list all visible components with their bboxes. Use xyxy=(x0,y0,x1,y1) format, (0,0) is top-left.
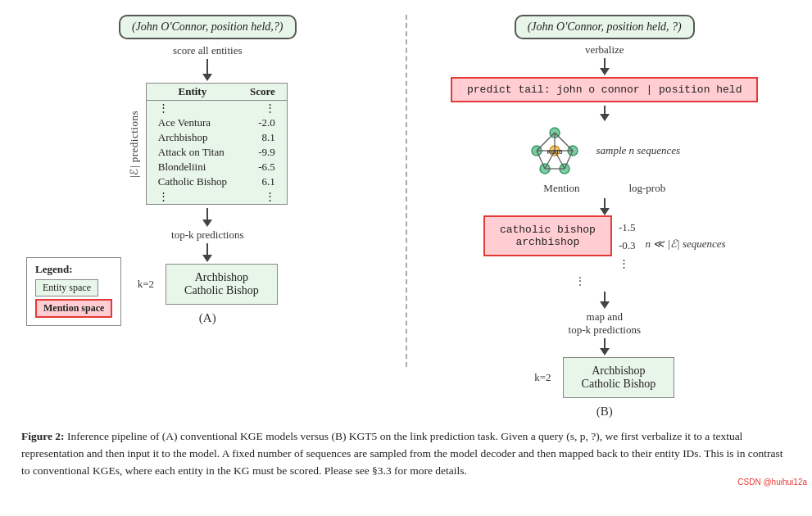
mention-arrow-section: Mention log-prob xyxy=(543,182,665,215)
predict-box: predict tail: john o connor | position h… xyxy=(451,77,758,102)
table-row: ⋮ xyxy=(238,101,287,116)
table-row: -2.0 xyxy=(238,115,287,130)
score-all-label: score all entities xyxy=(173,44,242,57)
topk-label: top-k predictions xyxy=(171,229,243,242)
caption-text: Inference pipeline of (A) conventional K… xyxy=(21,430,783,477)
mention-col-header: Mention xyxy=(543,182,579,195)
logprob-vals: -1.5-0.3⋮ xyxy=(619,215,636,273)
panel-left: (John O'Connor, position held,?) score a… xyxy=(18,15,407,367)
left-result-row: k=2 ArchbishopCatholic Bishop xyxy=(138,264,278,305)
left-arrow-2: top-k predictions xyxy=(171,208,243,262)
legend-box: Legend: Entity space Mention space xyxy=(26,257,121,326)
caption: Figure 2: Inference pipeline of (A) conv… xyxy=(18,428,794,480)
kgt5-wrap: KGT5 sample n sequences xyxy=(528,124,680,177)
table-row: ⋮ xyxy=(146,189,238,205)
table-row: Ace Ventura xyxy=(146,115,238,130)
kgt5-section: KGT5 sample n sequences xyxy=(528,106,680,180)
table-row: ⋮ xyxy=(238,189,287,205)
arrow-map xyxy=(600,292,610,309)
right-result-row: k=2 ArchbishopCatholic Bishop xyxy=(534,357,674,398)
table-row: Blondeliini xyxy=(146,160,238,174)
right-arrow-1: verbalize xyxy=(585,42,624,75)
arrow-to-kgt5 xyxy=(600,106,610,121)
entity-table-wrap: |ℰ| predictions Entity Score ⋮⋮Ace Ventu… xyxy=(128,83,288,205)
panel-right: (John O'Connor, position held, ?) verbal… xyxy=(407,15,795,419)
legend-entity: Entity space xyxy=(35,279,112,296)
mention-dots: ⋮ xyxy=(574,274,586,288)
svg-text:KGT5: KGT5 xyxy=(547,149,563,155)
verbalize-label: verbalize xyxy=(585,43,624,57)
table-row: -6.5 xyxy=(238,160,287,174)
legend-title: Legend: xyxy=(35,263,112,276)
right-query-box: (John O'Connor, position held, ?) xyxy=(515,15,695,39)
kgt5-logo: KGT5 xyxy=(528,124,581,177)
table-row: 8.1 xyxy=(238,130,287,145)
map-label: map and top-k predictions xyxy=(569,310,641,337)
right-arrow-2: map and top-k predictions xyxy=(569,292,641,355)
figure-label: Figure 2: xyxy=(21,430,65,442)
right-result-box: ArchbishopCatholic Bishop xyxy=(563,357,675,398)
table-row: Archbishop xyxy=(146,130,238,145)
entity-table: Entity Score ⋮⋮Ace Ventura-2.0Archbishop… xyxy=(146,83,288,205)
arrow-down-3 xyxy=(202,243,212,262)
n-sequences-label: n ≪ |ℰ| sequences xyxy=(646,238,726,251)
table-row: Catholic Bishop xyxy=(146,174,238,189)
table-row: Attack on Titan xyxy=(146,145,238,160)
logprob-col-header: log-prob xyxy=(628,182,665,195)
table-row: ⋮ xyxy=(146,101,238,116)
arrow-down-2 xyxy=(202,208,212,227)
arrow-verbalize xyxy=(600,58,610,75)
diagrams-row: (John O'Connor, position held,?) score a… xyxy=(18,15,794,419)
mention-logprob-headers: Mention log-prob xyxy=(543,182,665,197)
table-row: -9.9 xyxy=(238,145,287,160)
left-k-label: k=2 xyxy=(138,278,154,291)
mention-box: catholic bishoparchbishop xyxy=(483,215,612,256)
left-result-box: ArchbishopCatholic Bishop xyxy=(166,264,278,305)
mention-swatch: Mention space xyxy=(35,299,112,318)
arrow-result xyxy=(600,338,610,355)
rotated-label: |ℰ| predictions xyxy=(128,111,141,178)
left-arrow-1: score all entities xyxy=(173,43,242,81)
left-query-box: (John O'Connor, position held,?) xyxy=(119,15,297,39)
entity-swatch: Entity space xyxy=(35,279,98,296)
score-col-header: Score xyxy=(238,84,287,101)
arrow-to-mention xyxy=(600,198,610,215)
table-row: 6.1 xyxy=(238,174,287,189)
arrow-down-1 xyxy=(202,59,212,81)
right-k-label: k=2 xyxy=(534,371,551,384)
left-panel-label: (A) xyxy=(199,311,216,325)
entity-col-header: Entity xyxy=(146,84,238,101)
legend-mention: Mention space xyxy=(35,299,112,318)
watermark: CSDN @huihui12a xyxy=(737,478,807,487)
sample-n-label: sample n sequences xyxy=(596,144,680,157)
right-panel-label: (B) xyxy=(597,405,613,419)
mention-logprob-row: catholic bishoparchbishop -1.5-0.3⋮ n ≪ … xyxy=(483,215,726,273)
